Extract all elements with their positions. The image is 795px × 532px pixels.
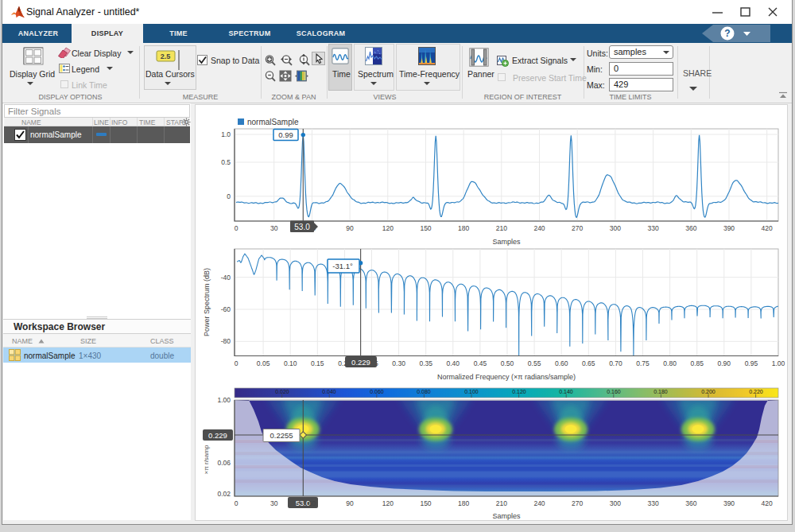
svg-text:330: 330 xyxy=(648,499,659,507)
svg-text:0.95: 0.95 xyxy=(745,359,758,367)
svg-text:0.05: 0.05 xyxy=(257,359,270,367)
svg-text:0.70: 0.70 xyxy=(609,359,622,367)
svg-text:0.10: 0.10 xyxy=(284,359,297,367)
svg-text:120: 120 xyxy=(382,499,394,507)
svg-text:-60: -60 xyxy=(221,305,231,313)
svg-text:0.60: 0.60 xyxy=(555,359,568,367)
svg-text:0.040: 0.040 xyxy=(322,389,336,394)
svg-text:0.99: 0.99 xyxy=(278,130,293,139)
svg-text:0.080: 0.080 xyxy=(417,389,431,394)
svg-text:0.140: 0.140 xyxy=(559,389,573,394)
svg-text:Samples: Samples xyxy=(492,512,521,520)
svg-text:Samples: Samples xyxy=(492,238,521,246)
svg-text:0.5: 0.5 xyxy=(221,158,231,166)
svg-text:-31.1°: -31.1° xyxy=(332,262,353,270)
svg-text:Normalized Frequency (×π radia: Normalized Frequency (×π radians/sample) xyxy=(437,373,576,381)
svg-text:0.06: 0.06 xyxy=(217,459,231,467)
svg-text:1.0: 1.0 xyxy=(221,130,231,138)
svg-text:0: 0 xyxy=(235,359,238,367)
svg-text:60: 60 xyxy=(308,499,316,507)
svg-text:330: 330 xyxy=(648,224,659,232)
svg-text:150: 150 xyxy=(420,224,431,232)
svg-text:0.2255: 0.2255 xyxy=(270,431,293,440)
svg-text:0.200: 0.200 xyxy=(701,389,716,394)
svg-text:0.50: 0.50 xyxy=(501,359,514,367)
svg-text:210: 210 xyxy=(496,499,507,507)
svg-text:90: 90 xyxy=(346,499,354,507)
svg-text:0: 0 xyxy=(227,192,231,200)
svg-text:Power Spectrum (dB): Power Spectrum (dB) xyxy=(203,268,211,336)
svg-text:-40: -40 xyxy=(221,274,231,282)
svg-text:1.00: 1.00 xyxy=(772,359,785,367)
svg-text:1.00: 1.00 xyxy=(217,396,231,404)
svg-text:0.55: 0.55 xyxy=(528,359,541,367)
svg-text:0.160: 0.160 xyxy=(607,389,621,394)
svg-text:240: 240 xyxy=(533,224,545,232)
svg-text:0.90: 0.90 xyxy=(718,359,731,367)
svg-text:0.229: 0.229 xyxy=(208,431,227,440)
svg-text:180: 180 xyxy=(458,224,469,232)
svg-text:0.229: 0.229 xyxy=(351,358,370,367)
svg-text:90: 90 xyxy=(346,224,354,232)
svg-text:0: 0 xyxy=(235,224,238,232)
svg-text:420: 420 xyxy=(762,499,773,507)
svg-text:0.15: 0.15 xyxy=(311,359,324,367)
svg-text:0: 0 xyxy=(235,499,238,507)
svg-text:210: 210 xyxy=(496,224,507,232)
svg-text:270: 270 xyxy=(572,499,583,507)
svg-text:0.220: 0.220 xyxy=(749,389,763,394)
svg-text:300: 300 xyxy=(610,499,621,507)
svg-text:0.020: 0.020 xyxy=(275,389,289,394)
svg-text:30: 30 xyxy=(270,224,278,232)
svg-text:-80: -80 xyxy=(221,337,231,345)
svg-text:240: 240 xyxy=(533,499,545,507)
svg-text:0.45: 0.45 xyxy=(474,359,487,367)
svg-text:150: 150 xyxy=(420,499,431,507)
svg-text:0.02: 0.02 xyxy=(217,490,231,498)
svg-text:360: 360 xyxy=(685,224,696,232)
svg-text:0.060: 0.060 xyxy=(370,389,384,394)
svg-text:0.75: 0.75 xyxy=(636,359,650,367)
svg-text:270: 270 xyxy=(572,224,583,232)
svg-text:30: 30 xyxy=(270,499,278,507)
svg-text:53.0: 53.0 xyxy=(294,223,310,231)
svg-text:0.120: 0.120 xyxy=(512,389,526,394)
svg-text:0.85: 0.85 xyxy=(690,359,704,367)
svg-text:420: 420 xyxy=(762,224,773,232)
svg-text:120: 120 xyxy=(382,224,394,232)
svg-text:0.40: 0.40 xyxy=(447,359,460,367)
svg-text:360: 360 xyxy=(685,499,696,507)
svg-text:390: 390 xyxy=(723,224,735,232)
svg-text:0.35: 0.35 xyxy=(419,359,432,367)
svg-text:0.80: 0.80 xyxy=(663,359,677,367)
svg-text:180: 180 xyxy=(458,499,469,507)
svg-text:×π r/samp: ×π r/samp xyxy=(203,445,210,474)
svg-text:0.180: 0.180 xyxy=(653,389,668,394)
svg-text:0.65: 0.65 xyxy=(582,359,595,367)
svg-text:0.100: 0.100 xyxy=(464,389,479,394)
svg-text:normalSample: normalSample xyxy=(247,118,299,126)
svg-text:300: 300 xyxy=(610,224,621,232)
svg-text:0.30: 0.30 xyxy=(392,359,405,367)
svg-text:390: 390 xyxy=(723,499,735,507)
